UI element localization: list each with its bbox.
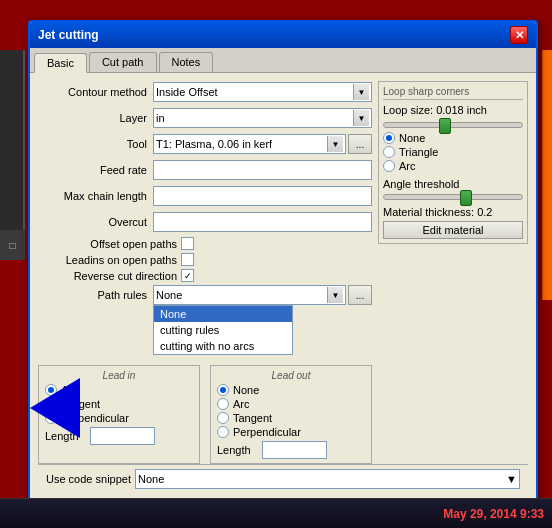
lead-out-perp-label: Perpendicular: [233, 426, 301, 438]
lead-out-length-input[interactable]: 0.05 inch: [262, 441, 327, 459]
overcut-row: Overcut 0 inch: [38, 211, 372, 233]
path-rules-label: Path rules: [38, 289, 153, 301]
feedrate-label: Feed rate: [38, 164, 153, 176]
lead-out-tangent-row: Tangent: [217, 412, 365, 424]
tool-edit-button[interactable]: ...: [348, 134, 372, 154]
leadins-open-row: Leadins on open paths: [38, 253, 372, 266]
loop-slider-track[interactable]: [383, 122, 523, 128]
right-none-label: None: [399, 132, 425, 144]
arrow-indicator: [30, 378, 80, 438]
lead-out-perp-radio[interactable]: [217, 426, 229, 438]
layer-label: Layer: [38, 112, 153, 124]
lead-out-tangent-label: Tangent: [233, 412, 272, 424]
tab-notes[interactable]: Notes: [159, 52, 214, 72]
lead-out-none-label: None: [233, 384, 259, 396]
layer-select[interactable]: in ▼: [153, 108, 372, 128]
left-column: Contour method Inside Offset ▼ Layer in …: [38, 81, 372, 464]
offset-open-row: Offset open paths: [38, 237, 372, 250]
side-panel-icon: □: [0, 230, 25, 260]
maxchain-input[interactable]: 0 inch: [153, 186, 372, 206]
leadins-open-checkbox[interactable]: [181, 253, 194, 266]
right-arc-radio[interactable]: [383, 160, 395, 172]
right-triangle-label: Triangle: [399, 146, 438, 158]
tool-label: Tool: [38, 138, 153, 150]
angle-slider-track[interactable]: [383, 194, 523, 200]
right-none-radio[interactable]: [383, 132, 395, 144]
feedrate-row: Feed rate 45 ipm: [38, 159, 372, 181]
layer-value: in: [156, 112, 353, 124]
close-button[interactable]: ✕: [510, 26, 528, 44]
angle-slider-container: [383, 194, 523, 200]
dropdown-item-cutting-rules[interactable]: cutting rules: [154, 322, 292, 338]
tool-value: T1: Plasma, 0.06 in kerf: [156, 138, 327, 150]
lead-out-title: Lead out: [217, 370, 365, 381]
layer-arrow: ▼: [353, 110, 369, 126]
loop-size-info: Loop size: 0.018 inch: [383, 104, 523, 116]
maxchain-label: Max chain length: [38, 190, 153, 202]
right-column: Loop sharp corners Loop size: 0.018 inch…: [378, 81, 528, 464]
right-none-row: None: [383, 132, 523, 144]
contour-method-arrow: ▼: [353, 84, 369, 100]
taskbar-time: May 29, 2014 9:33: [443, 507, 544, 521]
snippet-select[interactable]: None ▼: [135, 469, 520, 489]
tool-row: Tool T1: Plasma, 0.06 in kerf ▼ ...: [38, 133, 372, 155]
loop-slider-thumb[interactable]: [439, 118, 451, 134]
loop-slider-container: [383, 122, 523, 128]
offset-open-checkbox[interactable]: [181, 237, 194, 250]
lead-in-out-container: Lead in Arc Tangent Perpen: [38, 365, 372, 464]
lead-out-arc-row: Arc: [217, 398, 365, 410]
taskbar: May 29, 2014 9:33: [0, 498, 552, 528]
dropdown-item-none[interactable]: None: [154, 306, 292, 322]
leadins-open-label: Leadins on open paths: [38, 254, 181, 266]
lead-out-none-radio[interactable]: [217, 384, 229, 396]
path-rules-arrow: ▼: [327, 287, 343, 303]
tool-select[interactable]: T1: Plasma, 0.06 in kerf ▼: [153, 134, 346, 154]
title-bar: Jet cutting ✕: [30, 22, 536, 48]
side-panel: □: [0, 50, 25, 250]
feedrate-input[interactable]: 45 ipm: [153, 160, 372, 180]
angle-slider-thumb[interactable]: [460, 190, 472, 206]
right-arc-label: Arc: [399, 160, 416, 172]
dropdown-item-no-arcs[interactable]: cutting with no arcs: [154, 338, 292, 354]
right-arc-row: Arc: [383, 160, 523, 172]
blue-arrow-shape: [30, 378, 80, 438]
material-thickness-label: Material thickness: 0.2: [383, 206, 523, 218]
desktop: □ Jet cutting ✕ Basic Cut path Notes Con…: [0, 0, 552, 528]
path-rules-dropdown: None cutting rules cutting with no arcs: [153, 305, 293, 355]
dialog-jet-cutting: Jet cutting ✕ Basic Cut path Notes Conto…: [28, 20, 538, 528]
right-triangle-radio[interactable]: [383, 146, 395, 158]
path-rules-edit-button[interactable]: ...: [348, 285, 372, 305]
lead-out-none-row: None: [217, 384, 365, 396]
main-layout: Contour method Inside Offset ▼ Layer in …: [38, 81, 528, 464]
contour-method-label: Contour method: [38, 86, 153, 98]
right-panel: Loop sharp corners Loop size: 0.018 inch…: [378, 81, 528, 244]
snippet-value: None: [138, 473, 164, 485]
lead-out-length-row: Length 0.05 inch: [217, 441, 365, 459]
layer-row: Layer in ▼: [38, 107, 372, 129]
path-rules-row: Path rules None ▼ None cutting rules cut…: [38, 285, 372, 305]
tab-cutpath[interactable]: Cut path: [89, 52, 157, 72]
snippet-label: Use code snippet: [46, 473, 131, 485]
overcut-label: Overcut: [38, 216, 153, 228]
lead-in-length-input[interactable]: 0.3 inch: [90, 427, 155, 445]
path-rules-select[interactable]: None ▼: [153, 285, 346, 305]
tab-bar: Basic Cut path Notes: [30, 48, 536, 73]
reverse-cut-checkbox[interactable]: ✓: [181, 269, 194, 282]
lead-out-length-label: Length: [217, 444, 262, 456]
maxchain-row: Max chain length 0 inch: [38, 185, 372, 207]
lead-out-box: Lead out None Arc Tangent: [210, 365, 372, 464]
snippet-row: Use code snippet None ▼: [38, 464, 528, 493]
material-section: Material thickness: 0.2 Edit material: [383, 206, 523, 239]
lead-out-arc-radio[interactable]: [217, 398, 229, 410]
contour-method-select[interactable]: Inside Offset ▼: [153, 82, 372, 102]
lead-out-tangent-radio[interactable]: [217, 412, 229, 424]
edit-material-button[interactable]: Edit material: [383, 221, 523, 239]
dialog-title: Jet cutting: [38, 28, 99, 42]
right-triangle-row: Triangle: [383, 146, 523, 158]
tab-basic[interactable]: Basic: [34, 53, 87, 73]
path-rules-value: None: [156, 289, 327, 301]
overcut-input[interactable]: 0 inch: [153, 212, 372, 232]
lead-out-perp-row: Perpendicular: [217, 426, 365, 438]
reverse-cut-label: Reverse cut direction: [38, 270, 181, 282]
angle-threshold-label: Angle threshold: [383, 178, 523, 190]
